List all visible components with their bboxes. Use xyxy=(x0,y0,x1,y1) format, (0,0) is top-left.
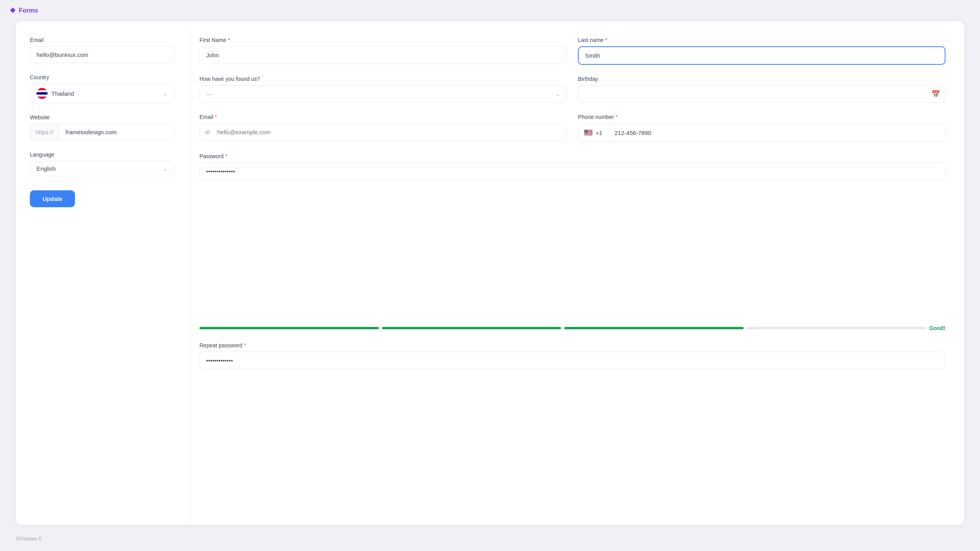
website-input-wrapper: https:// xyxy=(30,124,174,140)
right-card: First Name * Last name * How have you fo… xyxy=(181,21,964,525)
website-input[interactable] xyxy=(59,124,174,140)
phone-field: Phone number * 🇺🇸 +1 xyxy=(578,114,945,142)
website-prefix: https:// xyxy=(30,124,59,140)
left-card: Email Country xyxy=(16,21,188,525)
svg-point-6 xyxy=(37,88,48,99)
chevron-down-icon-lang: ⌄ xyxy=(163,166,168,172)
phone-country-selector[interactable]: 🇺🇸 +1 xyxy=(578,124,608,142)
password-field: Password * xyxy=(199,153,945,320)
password-label: Password * xyxy=(199,153,945,159)
password-input[interactable] xyxy=(199,162,945,180)
language-select[interactable]: English ⌄ xyxy=(30,161,174,176)
repeat-password-input[interactable] xyxy=(199,352,945,369)
email-input-wrapper: ✉ xyxy=(199,123,567,141)
how-found-field: How have you found us? — ⌄ xyxy=(199,76,567,103)
app-title: Forms xyxy=(19,7,38,14)
strength-bar-3 xyxy=(564,327,744,329)
first-name-label: First Name * xyxy=(199,37,567,43)
phone-required: * xyxy=(616,114,618,120)
first-name-input[interactable] xyxy=(199,46,567,64)
country-field-group: Country Thailand xyxy=(30,74,174,103)
country-select[interactable]: Thailand ⌄ xyxy=(30,84,174,103)
repeat-password-label: Repeat password * xyxy=(199,342,945,348)
repeat-password-field: Repeat password * xyxy=(199,342,945,509)
app-logo: ❖ Forms xyxy=(9,6,38,15)
right-email-required: * xyxy=(215,114,217,120)
email-phone-row: Email * ✉ Phone number * 🇺🇸 +1 xyxy=(199,114,945,142)
birthday-field: Birthday 📅 xyxy=(578,76,945,103)
strength-bar-2 xyxy=(382,327,561,329)
repeat-password-required: * xyxy=(244,342,246,348)
chevron-down-icon: ⌄ xyxy=(163,90,168,97)
right-email-input[interactable] xyxy=(199,123,567,141)
first-name-required: * xyxy=(228,37,230,43)
phone-country-code: +1 xyxy=(596,130,602,136)
phone-number-input[interactable] xyxy=(608,125,945,141)
language-label: Language xyxy=(30,151,174,158)
page-container: Email Country xyxy=(0,21,980,541)
logo-icon: ❖ xyxy=(9,6,16,15)
email-input[interactable] xyxy=(30,46,174,63)
email-field-group: Email xyxy=(30,37,174,63)
how-found-select[interactable]: — ⌄ xyxy=(199,85,567,103)
right-email-field: Email * ✉ xyxy=(199,114,567,142)
name-row: First Name * Last name * xyxy=(199,37,945,65)
password-strength-row: Good! xyxy=(199,325,945,331)
country-flag xyxy=(37,88,48,99)
right-email-label: Email * xyxy=(199,114,567,120)
email-label: Email xyxy=(30,37,174,43)
last-name-input[interactable] xyxy=(578,46,945,65)
last-name-label: Last name * xyxy=(578,37,945,43)
country-select-left: Thailand xyxy=(37,88,74,99)
update-button[interactable]: Update xyxy=(30,190,75,207)
birthday-input-wrapper: 📅 xyxy=(578,85,945,103)
how-found-label: How have you found us? xyxy=(199,76,567,82)
found-birthday-row: How have you found us? — ⌄ Birthday 📅 xyxy=(199,76,945,103)
password-strength-label: Good! xyxy=(929,325,945,331)
how-found-placeholder: — xyxy=(206,91,212,97)
strength-bar-4 xyxy=(747,327,926,329)
phone-label: Phone number * xyxy=(578,114,945,120)
country-label: Country xyxy=(30,74,174,80)
calendar-icon[interactable]: 📅 xyxy=(931,90,940,99)
chevron-down-icon-found: ⌄ xyxy=(556,91,560,97)
country-value: Thailand xyxy=(51,90,74,97)
app-header: ❖ Forms xyxy=(0,0,980,21)
last-name-required: * xyxy=(605,37,607,43)
phone-input-wrapper: 🇺🇸 +1 xyxy=(578,123,945,142)
footer-text: ©Frames X xyxy=(16,536,42,542)
strength-bar-1 xyxy=(199,327,379,329)
language-field-group: Language English ⌄ xyxy=(30,151,174,176)
language-value: English xyxy=(37,165,56,172)
birthday-label: Birthday xyxy=(578,76,945,82)
website-label: Website xyxy=(30,114,174,120)
birthday-input[interactable] xyxy=(578,85,945,103)
first-name-field: First Name * xyxy=(199,37,567,65)
last-name-field: Last name * xyxy=(578,37,945,65)
email-icon: ✉ xyxy=(205,128,210,136)
phone-flag: 🇺🇸 xyxy=(584,128,592,137)
password-required: * xyxy=(225,153,227,159)
website-field-group: Website https:// xyxy=(30,114,174,140)
